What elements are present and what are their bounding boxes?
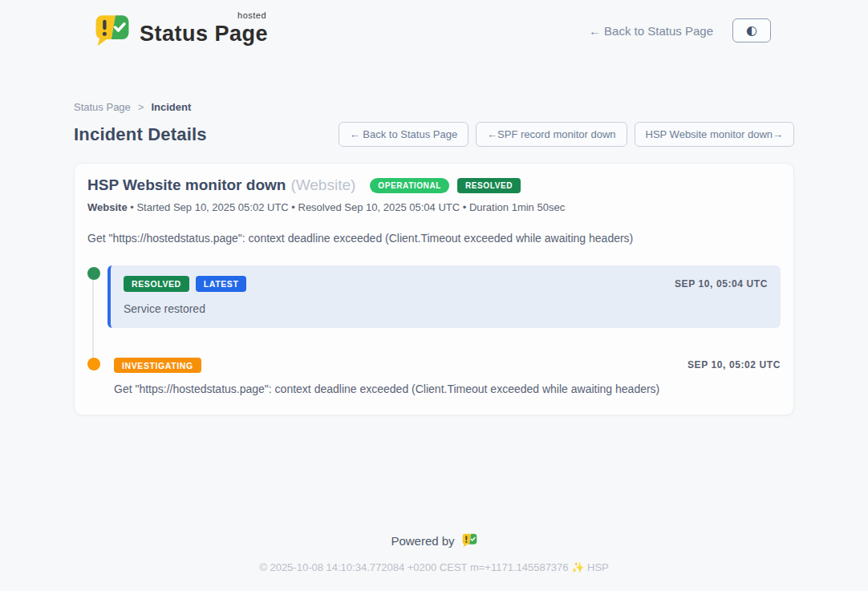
incident-nav-buttons: ← Back to Status Page ←SPF record monito… [339, 122, 794, 147]
incident-meta-component: Website [87, 201, 128, 213]
logo[interactable]: hosted Status Page [95, 14, 268, 47]
status-page-mini-logo-icon[interactable] [462, 533, 477, 548]
incident-meta-details: • Started Sep 10, 2025 05:02 UTC • Resol… [128, 201, 566, 213]
main-content: Status Page>Incident Incident Details ← … [74, 50, 794, 415]
timeline-resolved-badge: RESOLVED [124, 276, 189, 292]
resolved-state-badge: RESOLVED [457, 178, 521, 193]
timeline-message: Get "https://hostedstatus.page": context… [114, 383, 781, 395]
theme-toggle-button[interactable]: ◐ [732, 18, 771, 43]
footer: Powered by © 2025-10-08 14:10:34.772084 … [0, 533, 868, 591]
logo-hosted-superscript: hosted [237, 10, 266, 20]
breadcrumb: Status Page>Incident [74, 101, 794, 113]
copyright-line: © 2025-10-08 14:10:34.772084 +0200 CEST … [0, 561, 868, 573]
incident-meta: Website • Started Sep 10, 2025 05:02 UTC… [87, 201, 781, 213]
incident-card: HSP Website monitor down (Website) OPERA… [74, 163, 794, 415]
prev-incident-button[interactable]: ←SPF record monitor down [476, 122, 627, 147]
header: hosted Status Page ← Back to Status Page… [0, 0, 868, 50]
incident-component: (Website) [290, 176, 355, 194]
incident-description: Get "https://hostedstatus.page": context… [87, 232, 781, 245]
incident-timeline: RESOLVED LATEST SEP 10, 05:04 UTC Servic… [87, 265, 781, 395]
powered-by: Powered by [0, 533, 868, 548]
status-page-logo-icon [95, 14, 130, 47]
page-title: Incident Details [74, 124, 207, 145]
timeline-dot-orange [87, 358, 100, 370]
timeline-entry-resolved: RESOLVED LATEST SEP 10, 05:04 UTC Servic… [107, 265, 781, 328]
timeline-connector-line [92, 280, 94, 358]
breadcrumb-separator: > [138, 101, 144, 113]
powered-by-label: Powered by [391, 534, 454, 548]
next-incident-button[interactable]: HSP Website monitor down→ [635, 122, 794, 147]
timeline-latest-badge: LATEST [196, 276, 247, 292]
timeline-timestamp: SEP 10, 05:04 UTC [675, 278, 768, 289]
logo-brand-text: Status Page [140, 22, 268, 46]
timeline-entry-investigating: INVESTIGATING SEP 10, 05:02 UTC Get "htt… [107, 358, 781, 396]
header-back-to-status-page-link[interactable]: ← Back to Status Page [589, 24, 713, 38]
back-to-status-page-button[interactable]: ← Back to Status Page [339, 122, 468, 147]
timeline-message: Service restored [124, 302, 768, 315]
breadcrumb-incident: Incident [151, 101, 191, 113]
incident-title: HSP Website monitor down [87, 176, 286, 194]
breadcrumb-status-page[interactable]: Status Page [74, 101, 131, 113]
operational-status-badge: OPERATIONAL [370, 178, 449, 193]
timeline-timestamp: SEP 10, 05:02 UTC [688, 359, 781, 370]
half-circle-theme-icon: ◐ [746, 24, 757, 37]
timeline-dot-green [87, 267, 100, 280]
timeline-investigating-badge: INVESTIGATING [114, 358, 201, 374]
timeline-latest-update-box: RESOLVED LATEST SEP 10, 05:04 UTC Servic… [107, 265, 781, 328]
timeline-update-plain: INVESTIGATING SEP 10, 05:02 UTC Get "htt… [107, 358, 781, 396]
